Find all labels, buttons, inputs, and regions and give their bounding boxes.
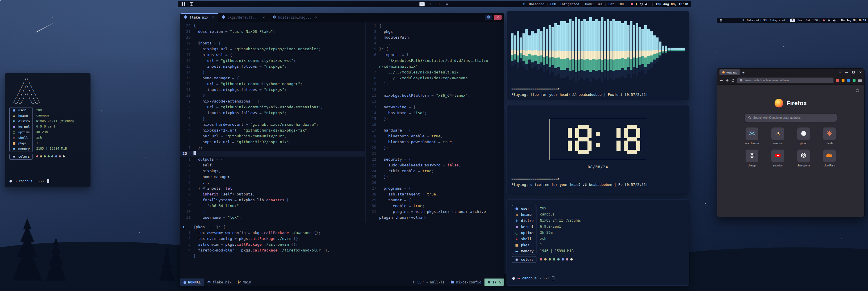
separator: | (626, 2, 628, 6)
shortcut-tile (746, 127, 758, 140)
fetch-info: ●user⌂hname❄distro◆kernel○uptime»shell■p… (9, 107, 86, 160)
personalize-gear-icon[interactable] (856, 88, 860, 93)
minimize-button[interactable] (845, 72, 848, 72)
fetch-value: 6.9.8-zen1 (36, 124, 86, 129)
workspace-button-1[interactable]: 1 (419, 2, 425, 6)
editor-pane-iso-config[interactable]: 1{2 pkgs,3 modulesPath,4 ...5}: {6 impor… (366, 22, 504, 223)
code-line: 7 inherit (self) outputs; (180, 192, 365, 197)
visualizer-bar (540, 31, 542, 68)
code-text: bluetooth.enable = true; (379, 133, 443, 139)
volume-icon[interactable] (833, 19, 836, 22)
line-number: 25 (366, 174, 379, 180)
clock-module[interactable]: Thu Aug 08, 18:18 (655, 2, 688, 6)
list-tabs-icon[interactable]: ∨ (839, 71, 841, 74)
maximize-button[interactable] (852, 71, 855, 74)
fetch-panel[interactable]: ●user⌂hname❄distro◆kernel○uptime»shell■p… (506, 200, 689, 286)
line-number: 8 (180, 197, 193, 203)
shortcut-chat-openai[interactable]: chat.openai (794, 150, 814, 167)
shortcut-youtube[interactable]: youtube (768, 150, 788, 167)
now-playing: Playing: ffee for your head) ♪♫ beabadoo… (512, 93, 648, 97)
shortcut-amazon[interactable]: aamazon (768, 127, 788, 145)
forward-icon[interactable] (725, 79, 729, 82)
record-icon[interactable] (823, 19, 825, 21)
volume-icon[interactable] (645, 3, 649, 6)
editor-tab-flake-nix[interactable]: flake.nix× (180, 13, 218, 22)
fetch-labels: ●user⌂hname❄distro◆kernel○uptime»shell■p… (512, 205, 536, 254)
editor-pane-pkgs-default[interactable]: 1{pkgs, ...}: {1 tux-awesome-wm-config =… (180, 223, 504, 279)
editor-tab-hosts-isoImag-[interactable]: hosts/isoImag...× (269, 13, 322, 22)
fetch-value: 6.9.8-zen1 (540, 223, 684, 229)
clock-digit (624, 125, 640, 154)
launcher-icon[interactable] (182, 2, 185, 6)
back-icon[interactable] (720, 79, 723, 82)
workspace-button-4[interactable]: 4 (444, 2, 450, 6)
shortcut-github[interactable]: github (794, 127, 814, 145)
wifi-icon[interactable] (828, 19, 830, 21)
shortcut-cloudflare[interactable]: cloudflare (819, 150, 840, 167)
menu-icon[interactable] (858, 79, 862, 82)
line-number: 9 (180, 98, 193, 104)
record-icon[interactable] (631, 3, 633, 5)
close-button[interactable]: × (859, 71, 862, 74)
visualizer-bar (656, 37, 658, 62)
code-line: 28 ssh.startAgent = true; (366, 192, 504, 197)
code-line: 10 ]; (180, 209, 365, 214)
workspace-button-1[interactable]: 1 (790, 19, 795, 22)
browser-tab[interactable]: New Tab (719, 69, 740, 75)
code-line: 18 nixpkgs.url = "github:nixos/nixpkgs/n… (180, 46, 365, 52)
url-bar[interactable]: Search with Google or enter address (737, 78, 834, 83)
clock-module[interactable]: Thu Aug 08, 18:18 (841, 19, 866, 22)
code-line: 7 inputs.nixpkgs.follows = "nixpkgs"; (180, 110, 365, 116)
reload-icon[interactable] (731, 79, 735, 82)
launcher-icon[interactable] (720, 19, 722, 21)
terminal-window[interactable]: /\ / \ / /\ \ / / \ \ / / /\ \ \ / / / \… (5, 73, 91, 187)
fetch-value: zsh (540, 235, 684, 242)
close-buffer-button[interactable]: × (494, 15, 502, 20)
workspace-button-3[interactable]: 3 (436, 2, 441, 6)
extension-icon[interactable] (852, 79, 856, 82)
fetch-value: tux (36, 107, 86, 113)
code-text: ... (379, 40, 391, 46)
tab-close-icon[interactable]: × (262, 16, 265, 20)
line-number: 8 (180, 104, 193, 110)
code-line: 29 thunar = { (366, 197, 504, 203)
buffer-menu-button[interactable] (485, 15, 492, 20)
workspace-button-2[interactable]: 2 (428, 2, 433, 6)
editor-tab-pkgs-default-[interactable]: pkgs/default...× (218, 13, 269, 22)
status-item: GPU: Integrated (763, 19, 785, 22)
layout-icon[interactable] (190, 2, 193, 6)
code-text: rtkit.enable = true; (379, 168, 434, 174)
search-input[interactable]: Search with Google or enter address (745, 114, 837, 122)
shortcut-search-nixos[interactable]: search.nixos (742, 127, 762, 145)
line-number: 3 (180, 168, 193, 174)
scroll-percent: ≡ 17 % (485, 279, 504, 286)
tab-close-icon[interactable]: × (315, 16, 318, 20)
new-tab-button[interactable]: + (742, 70, 745, 75)
extension-icon[interactable] (847, 79, 850, 82)
code-text: }; (193, 93, 207, 98)
code-text: networking = { (379, 104, 415, 110)
extension-icon[interactable] (836, 79, 839, 82)
line-number: 4 (366, 40, 379, 46)
shortcut-claude[interactable]: claude (819, 127, 840, 145)
wifi-icon[interactable] (640, 3, 644, 5)
fetch-label: hname (18, 114, 28, 118)
workspaces: 1 (790, 19, 795, 22)
extension-icon[interactable] (842, 79, 844, 82)
line-number: 3 (180, 133, 193, 139)
visualizer-bar (511, 33, 514, 66)
code-line: 2 self, (180, 162, 365, 168)
fetch-row: ▬memory (515, 248, 533, 254)
visualizer-bar (549, 25, 551, 74)
bolt-icon[interactable] (636, 2, 638, 6)
editor-pane-flake-nix[interactable]: 22{21 description = "tux's NixOS Flake";… (180, 22, 366, 223)
line-number: 2 (180, 139, 193, 145)
shortcut-tile (771, 150, 784, 162)
editor-cursor (193, 151, 196, 155)
shortcut-chatgpt[interactable]: chatgpt (742, 150, 762, 167)
line-number: 2 (180, 236, 193, 242)
line-number: 23 (366, 162, 379, 168)
line-number: 11 (366, 93, 379, 98)
code-text: inputs.nixpkgs.follows = "nixpkgs"; (193, 87, 287, 93)
tab-close-icon[interactable]: × (212, 16, 214, 20)
